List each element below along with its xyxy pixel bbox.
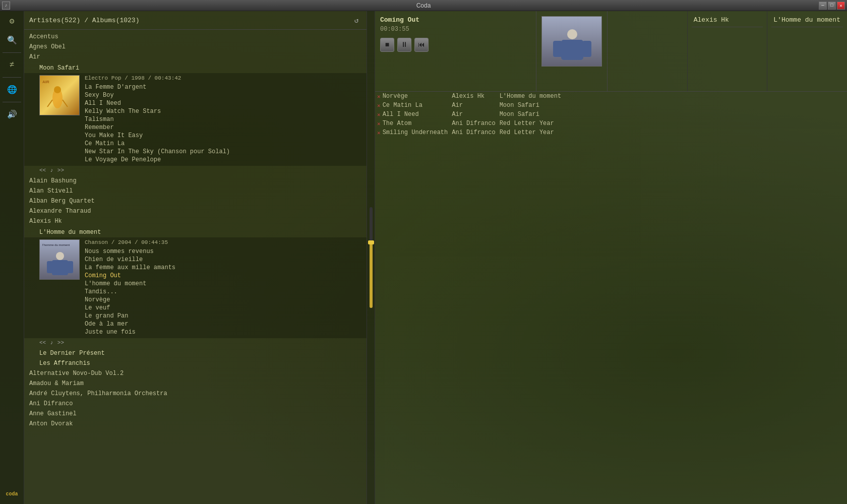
- queue-track-1[interactable]: Norvège: [383, 93, 408, 100]
- svg-rect-9: [47, 261, 53, 273]
- refresh-button[interactable]: ↺: [351, 15, 361, 25]
- artist-item-anne-gastinel[interactable]: Anne Gastinel: [24, 409, 367, 419]
- remove-5[interactable]: ✕: [377, 130, 381, 136]
- prev-button[interactable]: ⏮: [414, 38, 429, 52]
- album-nav-play[interactable]: ♪: [50, 167, 53, 173]
- track-all-i-need[interactable]: All I Need: [85, 99, 361, 107]
- queue-track-2[interactable]: Ce Matin La: [383, 102, 422, 109]
- track-norvege[interactable]: Norvège: [85, 296, 361, 304]
- remove-1[interactable]: ✕: [377, 93, 381, 100]
- track-le-voyage[interactable]: Le Voyage De Penelope: [85, 156, 361, 164]
- track-nous-sommes[interactable]: Nous sommes revenus: [85, 247, 361, 256]
- queue-track-3[interactable]: All I Need: [383, 111, 419, 118]
- album-title-dernier-present[interactable]: Le Dernier Présent: [24, 348, 367, 358]
- sidebar-item-volume[interactable]: 🔊: [4, 106, 20, 122]
- artist-item-alexandre[interactable]: Alexandre Tharaud: [24, 206, 367, 216]
- album-block-lhomme: L'Homme du moment: [24, 227, 367, 347]
- sidebar-divider-2: [3, 77, 22, 78]
- queue-album-1[interactable]: L'Homme du moment: [500, 93, 561, 100]
- track-la-femme-mille[interactable]: La femme aux mille amants: [85, 264, 361, 272]
- queue-album-5[interactable]: Red Letter Year: [500, 129, 554, 136]
- artist-item-alban-berg[interactable]: Alban Berg Quartet: [24, 196, 367, 206]
- window-title: Coda: [416, 2, 431, 9]
- queue-artist-1[interactable]: Alexis Hk: [452, 93, 485, 100]
- track-coming-out[interactable]: Coming Out: [85, 272, 361, 280]
- track-ode-a-la-mer[interactable]: Ode à la mer: [85, 320, 361, 328]
- now-playing-title: Coming Out: [380, 16, 531, 24]
- queue-album-4[interactable]: Red Letter Year: [500, 120, 554, 127]
- artist-item-alternative[interactable]: Alternative Novo-Dub Vol.2: [24, 368, 367, 379]
- queue-headers: Alexis Hk L'Homme du moment: [607, 11, 847, 91]
- queue-album-2[interactable]: Moon Safari: [500, 102, 539, 109]
- album-nav-prev[interactable]: <<: [39, 167, 46, 173]
- artist-album-count: Artistes(522) / Albums(1023): [29, 17, 139, 24]
- artist-item-alan-stivell[interactable]: Alan Stivell: [24, 186, 367, 196]
- album-nav-play-lhomme[interactable]: ♪: [50, 340, 53, 346]
- remove-3[interactable]: ✕: [377, 111, 381, 118]
- pause-button[interactable]: ⏸: [397, 38, 411, 52]
- queue-track-5[interactable]: Smiling Underneath: [383, 129, 448, 136]
- queue-artist-5[interactable]: Ani Difranco: [452, 129, 495, 136]
- queue-track-col-header: [608, 11, 688, 91]
- queue-col-artists: Alexis Hk Air Air Ani Difranco Ani Difra…: [450, 92, 497, 504]
- track-list-moon-safari: La Femme D'argent Sexy Boy All I Need Ke…: [85, 83, 361, 164]
- album-title-affranchis[interactable]: Les Affranchis: [24, 358, 367, 368]
- sidebar-item-filter[interactable]: ≠: [4, 57, 20, 73]
- track-ce-matin[interactable]: Ce Matin La: [85, 140, 361, 148]
- sidebar-item-search[interactable]: 🔍: [4, 32, 20, 48]
- track-juste-une-fois[interactable]: Juste une fois: [85, 328, 361, 336]
- remove-4[interactable]: ✕: [377, 120, 381, 127]
- svg-point-13: [567, 29, 577, 39]
- minimize-button[interactable]: ─: [819, 2, 827, 10]
- remove-2[interactable]: ✕: [377, 102, 381, 109]
- artist-item-alain-bashung[interactable]: Alain Bashung: [24, 176, 367, 186]
- album-title-moon-safari[interactable]: Moon Safari: [24, 63, 367, 73]
- track-chien-de-vieille[interactable]: Chien de vieille: [85, 256, 361, 264]
- album-nav-next-lhomme[interactable]: >>: [57, 340, 64, 346]
- queue-row-1: ✕ Norvège: [375, 92, 450, 101]
- queue-artist-2[interactable]: Air: [452, 102, 463, 109]
- track-kelly[interactable]: Kelly Watch The Stars: [85, 107, 361, 115]
- artist-item-anton-dvorak[interactable]: Anton Dvorak: [24, 419, 367, 429]
- artist-item-agnes-obel[interactable]: Agnes Obel: [24, 42, 367, 52]
- artist-item-ani-difranco[interactable]: Ani Difranco: [24, 399, 367, 409]
- queue-album-3[interactable]: Moon Safari: [500, 111, 539, 118]
- album-nav-next[interactable]: >>: [57, 167, 64, 173]
- track-new-star[interactable]: New Star In The Sky (Chanson pour Solal): [85, 148, 361, 156]
- queue-col-tracks: ✕ Norvège ✕ Ce Matin La ✕ All I Need ✕ T…: [375, 92, 450, 504]
- volume-knob[interactable]: [368, 240, 374, 244]
- volume-area: [367, 11, 375, 504]
- artist-item-alexis-hk[interactable]: Alexis Hk: [24, 216, 367, 226]
- track-sexy-boy[interactable]: Sexy Boy: [85, 91, 361, 99]
- track-talisman[interactable]: Talisman: [85, 115, 361, 123]
- artist-item-amadou[interactable]: Amadou & Mariam: [24, 379, 367, 389]
- queue-artist-3[interactable]: Air: [452, 111, 463, 118]
- track-you-make-it[interactable]: You Make It Easy: [85, 132, 361, 140]
- album-meta-lhomme: Chanson / 2004 / 00:44:35: [85, 239, 361, 245]
- sidebar-item-coda[interactable]: coda: [4, 486, 20, 502]
- sidebar-item-globe[interactable]: 🌐: [4, 82, 20, 98]
- track-remember[interactable]: Remember: [85, 123, 361, 132]
- maximize-button[interactable]: □: [828, 2, 836, 10]
- close-button[interactable]: ✕: [837, 2, 845, 10]
- queue-artist-4[interactable]: Ani Difranco: [452, 120, 495, 127]
- volume-slider-track[interactable]: [370, 207, 373, 308]
- sidebar-item-settings[interactable]: ⚙: [4, 13, 20, 29]
- artist-item-air[interactable]: Air: [24, 52, 367, 62]
- queue-track-4[interactable]: The Atom: [383, 120, 412, 127]
- svg-point-3: [54, 86, 61, 93]
- track-lhomme-du-moment[interactable]: L'homme du moment: [85, 280, 361, 288]
- queue-col-albums: L'Homme du moment Moon Safari Moon Safar…: [498, 92, 563, 504]
- artist-item-andre[interactable]: André Cluytens, Philharmonia Orchestra: [24, 389, 367, 399]
- track-la-femme[interactable]: La Femme D'argent: [85, 83, 361, 91]
- queue-artist-row-2: Air: [450, 101, 497, 110]
- track-le-veuf[interactable]: Le veuf: [85, 304, 361, 312]
- stop-button[interactable]: ■: [380, 38, 394, 52]
- track-le-grand-pan[interactable]: Le grand Pan: [85, 312, 361, 320]
- sidebar: ⚙ 🔍 ≠ 🌐 🔊 coda: [0, 11, 24, 504]
- track-tandis[interactable]: Tandis...: [85, 288, 361, 296]
- volume-slider-fill: [370, 242, 373, 308]
- artist-item-accentus[interactable]: Accentus: [24, 32, 367, 42]
- album-nav-prev-lhomme[interactable]: <<: [39, 340, 46, 346]
- album-title-lhomme[interactable]: L'Homme du moment: [24, 227, 367, 237]
